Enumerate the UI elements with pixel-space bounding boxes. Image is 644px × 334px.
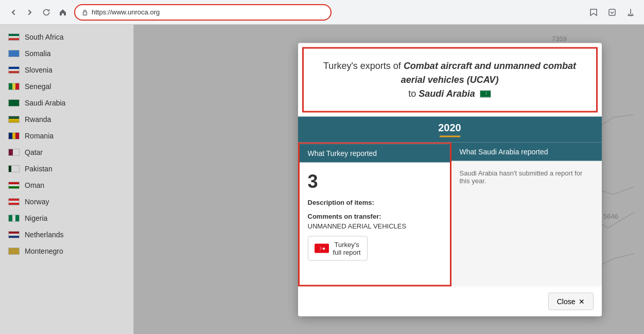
flag-nigeria [8,215,20,222]
sidebar-item-norway[interactable]: Norway [0,194,133,210]
comments-value: UNMANNED AERIAL VEHICLES [308,222,442,230]
flag-qatar [8,149,20,156]
sidebar-label-rwanda: Rwanda [25,115,51,124]
sidebar-label-romania: Romania [25,132,54,140]
modal-title-category: Combat aircraft and unmanned combat aeri… [401,60,576,84]
saudi-col-header-label: What Saudi Arabia reported [460,147,548,155]
sidebar-label-pakistan: Pakistan [25,165,53,173]
pocket-button[interactable] [605,5,619,20]
flag-saudi-arabia-modal: ☽ [480,90,491,97]
sidebar-label-qatar: Qatar [25,148,43,156]
modal-columns: What Turkey reported 3 Description of it… [298,142,602,286]
sidebar-item-senegal[interactable]: Senegal [0,78,133,95]
sidebar-label-slovenia: Slovenia [25,66,53,74]
turkey-full-report-button[interactable]: ☽★ Turkey's full report [308,236,368,260]
sidebar-label-nigeria: Nigeria [25,214,47,222]
close-button[interactable]: Close ✕ [548,292,594,310]
sidebar-item-slovenia[interactable]: Slovenia [0,62,133,78]
sidebar-label-south-africa: South Africa [25,33,64,41]
sidebar-label-senegal: Senegal [25,82,51,91]
chart-area: 7359 2 208 5646 32 [134,25,644,334]
svg-rect-0 [83,12,87,15]
description-label: Description of items: [308,198,442,206]
sidebar-item-oman[interactable]: Oman [0,177,133,194]
modal: Turkey's exports of Combat aircraft and … [298,43,602,316]
flag-pakistan [8,165,20,172]
sidebar-item-saudi-arabia[interactable]: Saudi Arabia [0,95,133,111]
main-content: South Africa Somalia Slovenia Senegal Sa… [0,25,644,334]
sidebar-item-nigeria[interactable]: Nigeria [0,210,133,226]
turkey-col-header-label: What Turkey reported [308,149,377,157]
turkey-column: What Turkey reported 3 Description of it… [298,142,451,286]
no-report-text: Saudi Arabia hasn't submitted a report f… [451,161,602,192]
flag-oman [8,182,20,189]
modal-title-suffix: to [408,88,419,98]
sidebar-label-somalia: Somalia [25,49,51,58]
turkey-col-header: What Turkey reported [300,144,450,162]
year-bar: 2020 [298,116,602,142]
sidebar-label-saudi-arabia: Saudi Arabia [25,99,65,107]
sidebar-label-oman: Oman [25,181,44,189]
flag-slovenia [8,66,20,74]
back-button[interactable] [6,5,21,20]
modal-title: Turkey's exports of Combat aircraft and … [314,59,586,100]
year-label: 2020 [438,121,461,133]
bookmark-button[interactable] [586,5,601,20]
year-underline [440,135,460,137]
sidebar-item-pakistan[interactable]: Pakistan [0,161,133,177]
flag-south-africa [8,33,20,41]
flag-montenegro [8,248,20,255]
flag-somalia [8,50,20,57]
sidebar-item-netherlands[interactable]: Netherlands [0,226,133,243]
turkey-col-body: 3 Description of items: Comments on tran… [300,162,450,269]
flag-senegal [8,83,20,90]
address-bar[interactable] [74,4,332,21]
sidebar-item-rwanda[interactable]: Rwanda [0,111,133,128]
download-button[interactable] [623,5,638,20]
flag-turkey-btn: ☽★ [315,243,329,253]
sidebar-label-montenegro: Montenegro [25,247,63,255]
sidebar-label-netherlands: Netherlands [25,231,64,239]
close-icon: ✕ [579,297,585,305]
sidebar: South Africa Somalia Slovenia Senegal Sa… [0,25,134,334]
sidebar-label-norway: Norway [25,198,49,206]
flag-rwanda [8,116,20,123]
reload-button[interactable] [39,5,54,20]
sidebar-item-south-africa[interactable]: South Africa [0,29,133,45]
saudi-column: What Saudi Arabia reported Saudi Arabia … [451,142,602,286]
modal-title-country: Saudi Arabia [419,88,475,98]
close-label: Close [557,297,576,305]
sidebar-item-somalia[interactable]: Somalia [0,45,133,62]
nav-buttons [6,5,70,20]
sidebar-item-montenegro[interactable]: Montenegro [0,243,133,259]
sidebar-item-qatar[interactable]: Qatar [0,144,133,161]
home-button[interactable] [56,5,70,20]
browser-chrome [0,0,644,25]
saudi-col-header: What Saudi Arabia reported [451,142,602,161]
url-input[interactable] [92,8,324,16]
flag-netherlands [8,231,20,238]
flag-saudi-arabia [8,99,20,107]
modal-footer: Close ✕ [298,286,602,316]
report-number: 3 [308,170,442,192]
lock-icon [81,9,89,16]
modal-title-prefix: Turkey's exports of [323,60,404,71]
forward-button[interactable] [23,5,37,20]
full-report-label: Turkey's full report [333,240,361,256]
modal-header: Turkey's exports of Combat aircraft and … [302,47,598,112]
browser-actions [586,5,638,20]
comments-label: Comments on transfer: [308,212,442,220]
flag-romania [8,132,20,139]
sidebar-item-romania[interactable]: Romania [0,128,133,144]
flag-norway [8,198,20,205]
svg-rect-1 [609,9,615,15]
